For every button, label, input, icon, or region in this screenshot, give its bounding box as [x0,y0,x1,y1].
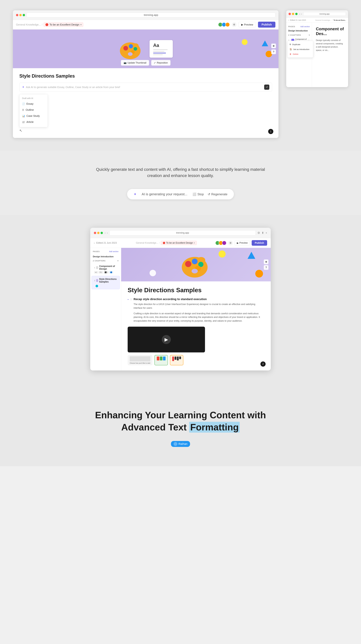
ctrl-preview-1 [130,356,150,362]
right-toolbar-breadcrumb: General Knowledge... / To be an Exce... [315,19,346,21]
chapters-chevron[interactable]: ▾ [309,34,310,36]
meta-2: ☰1 [98,271,103,274]
ai-input-area[interactable]: ✦ Ask AI to generate suitable Essay, Out… [19,83,272,92]
heading-line2: Advanced Text [121,422,187,432]
ai-gen-sparkle-icon: ✦ [134,192,136,196]
preview-button[interactable]: ▶ Preview [238,22,256,27]
zoom-help-icon[interactable]: ? [271,50,276,54]
traffic-lights-left [16,14,25,16]
add-section-button[interactable]: Add section [300,26,310,28]
stop-icon: ⬜ [192,192,196,196]
hero-zoom-large: ⊕ ? [264,260,268,270]
breadcrumb-sep: / [42,23,42,26]
delete-item[interactable]: 🗑 Delete [288,52,313,56]
hero-overlay-buttons: 📷 Update Thumbnail ⤢ Reposition [121,60,170,66]
chevron-icon: ▾ [80,23,82,26]
set-as-intro-item[interactable]: 🏠 Set as Introduction [288,47,313,52]
play-button-video[interactable]: ▶ [162,335,171,344]
dot-nav-1[interactable]: 1 [268,129,273,134]
main-body-right: Design typically consists of several com… [316,39,344,52]
large-toolbar-left: ‹ Edited 21 Juni 2023 [94,242,117,244]
author-name: Raihan [178,442,188,446]
pages-label-large: PAGES [93,250,100,252]
essay-icon: 📄 [22,102,25,105]
white-circle [150,270,156,276]
outline-icon: ☰ [22,108,24,111]
hero-image-large: ⊕ ? [121,248,271,282]
video-ctrl-1[interactable]: Choose how you'd like to start [128,355,152,365]
ai-input-field[interactable]: Ask AI to generate suitable Essay, Outli… [26,86,263,89]
chapters-chevron-large[interactable]: ▾ [118,260,118,262]
back-btn[interactable]: ‹ [288,19,289,21]
svg-point-2 [124,46,128,50]
settings-icon-large[interactable]: ⚙ [258,231,260,234]
chapter2-sub [94,284,117,287]
chapter-item-1[interactable]: 1 Component of Des... ⋮ ⧉ Duplicate 🏠 Se… [286,37,312,44]
breadcrumb-current-left: 🔴 To be an Excellent Design ▾ [44,22,83,27]
large-chapter-1[interactable]: 1 Component of Design ♦1 ☰1 ⬛1 🔵 [92,263,120,275]
tl-red-right [288,13,291,15]
preview-btn-large[interactable]: ▶ Preview [235,240,250,246]
zoom-in-icon[interactable]: ⊕ [271,44,276,48]
update-thumbnail-button[interactable]: 📷 Update Thumbnail [121,60,149,66]
delete-label: Delete [293,53,298,55]
block-title-1: Recap style direction according to stand… [134,298,264,301]
hero-area-left: Aa 📷 Updat [13,30,278,68]
large-chapter-2[interactable]: 2 Style Directions Samples [92,276,120,289]
draft-casestudy-item[interactable]: 📊 Case Study [20,113,48,119]
context-menu: ⧉ Duplicate 🏠 Set as Introduction 🗑 Dele… [288,41,313,58]
video-ctrl-3[interactable] [170,355,183,365]
back-icon-large[interactable]: ‹ [105,232,106,234]
draft-article-item[interactable]: 📰 Article [20,119,48,125]
drag-handle-icon: ⠿ [130,298,132,301]
draft-outline-item[interactable]: ☰ Outline [20,107,48,113]
zoom-help-large[interactable]: ? [264,265,268,270]
back-btn-large[interactable]: ‹ [94,242,95,244]
hero-palette-svg [178,250,214,279]
ai-send-button[interactable]: ⏎ [264,84,269,90]
draft-essay-item[interactable]: 📄 Essay [20,101,48,107]
add-tab-icon[interactable]: + [266,231,267,234]
address-bar-left[interactable]: trenning.app [26,13,276,18]
delete-icon: 🗑 [290,53,292,55]
settings-icon-btn[interactable]: ⚙ [232,22,236,27]
forward-icon-large[interactable]: › [107,232,108,234]
add-section-btn-large[interactable]: Add section [109,250,118,252]
section-top: trenning.app General Knowledge... / 🔴 To… [0,0,361,151]
reposition-icon: ⤢ [154,61,156,64]
play-icon: ▶ [241,23,243,26]
address-bar-large[interactable]: trenning.app [110,230,256,236]
author-avatar [174,442,178,446]
dot-nav-2[interactable]: 2 [260,362,266,366]
breadcrumb-left: General Knowledge... / 🔴 To be an Excell… [16,22,83,27]
chapters-label-large: 2 CHAPTERS ▾ [90,259,121,262]
main-content-right: Component of Des... Design typically con… [312,23,348,87]
chapters-header: 2 CHAPTERS ▾ [286,33,312,37]
article-label: Article [26,120,34,124]
block-content: Recap style direction according to stand… [134,298,264,323]
zoom-in-large[interactable]: ⊕ [264,260,268,264]
publish-btn-large[interactable]: Publish [252,240,267,246]
chapter2-title: Style Directions Samples [99,278,117,283]
chapter2-num: 2 [94,280,95,282]
browser-chrome-right: ‹ › trenning.app [286,10,348,18]
video-ctrl-2[interactable] [154,355,168,365]
back-icon[interactable]: ‹ [299,13,300,15]
settings-btn-large[interactable]: ⚙ [228,241,233,245]
traffic-lights-large [94,232,103,234]
palette-illustration [118,38,144,60]
meta-1: ♦1 [94,271,98,274]
regenerate-button[interactable]: ↺ Regenerate [208,192,228,196]
tl-yellow-large [97,232,100,234]
large-browser-toolbar: ‹ Edited 21 Juni 2023 General Knowledge.… [90,238,271,248]
stop-button[interactable]: ⬜ Stop [192,192,204,196]
reposition-button[interactable]: ⤢ Reposition [151,60,170,66]
address-bar-right[interactable]: trenning.app [303,12,346,16]
outline-label: Outline [26,108,34,111]
share-icon-large[interactable]: ⬆ [262,231,264,234]
publish-button[interactable]: Publish [258,22,276,28]
large-sidebar: PAGES Add section Design Introduction 2 … [90,248,121,370]
duplicate-item[interactable]: ⧉ Duplicate [288,42,313,47]
tl-red-large [94,232,96,234]
forward-icon[interactable]: › [301,13,302,15]
